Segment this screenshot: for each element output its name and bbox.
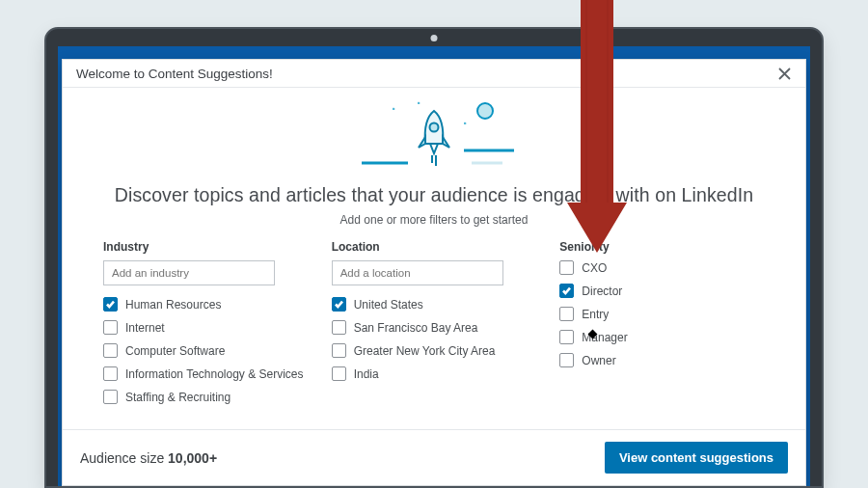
option-label: Staffing & Recruiting [125, 391, 231, 404]
industry-option[interactable]: Human Resources [103, 297, 309, 312]
checkbox-icon[interactable] [103, 390, 118, 404]
industry-input[interactable] [103, 260, 275, 285]
rocket-illustration-icon [323, 97, 545, 175]
location-option[interactable]: India [332, 366, 537, 381]
seniority-title: Seniority [559, 240, 765, 254]
option-label: Internet [125, 321, 165, 335]
hero-section: Discover topics and articles that your a… [63, 88, 805, 227]
checkbox-icon[interactable] [559, 260, 574, 275]
audience-size: Audience size 10,000+ [80, 450, 217, 466]
seniority-option[interactable]: CXO [559, 260, 765, 275]
option-label: Human Resources [125, 298, 221, 312]
content-suggestions-dialog: Welcome to Content Suggestions! [62, 59, 806, 486]
filter-columns: Industry Human ResourcesInternetComputer… [63, 240, 805, 413]
checkbox-icon[interactable] [103, 343, 118, 358]
monitor-frame: Welcome to Content Suggestions! [44, 27, 824, 488]
checkbox-icon[interactable] [559, 330, 574, 344]
option-label: United States [354, 298, 423, 312]
view-content-suggestions-button[interactable]: View content suggestions [605, 442, 788, 474]
checkbox-icon[interactable] [559, 353, 574, 367]
dialog-footer: Audience size 10,000+ View content sugge… [63, 429, 805, 485]
option-label: Entry [582, 308, 609, 321]
industry-option[interactable]: Internet [103, 320, 309, 335]
dialog-header: Welcome to Content Suggestions! [63, 60, 805, 88]
checkbox-icon[interactable] [332, 343, 346, 358]
seniority-option[interactable]: Entry [559, 307, 765, 321]
location-option[interactable]: San Francisco Bay Area [332, 320, 537, 335]
checkbox-icon[interactable] [103, 366, 118, 381]
option-label: Greater New York City Area [354, 344, 496, 358]
option-label: Director [582, 285, 622, 298]
checkbox-icon[interactable] [332, 320, 346, 335]
seniority-option[interactable]: Director [559, 284, 765, 298]
seniority-column: Seniority CXODirectorEntryManagerOwner [559, 240, 765, 413]
location-title: Location [332, 240, 537, 254]
location-input[interactable] [332, 260, 503, 285]
checkbox-icon[interactable] [559, 284, 574, 298]
headline: Discover topics and articles that your a… [63, 184, 805, 206]
audience-label: Audience size [80, 450, 168, 466]
svg-point-3 [477, 103, 493, 119]
close-icon [778, 68, 791, 80]
option-label: Information Technology & Services [125, 367, 304, 381]
industry-column: Industry Human ResourcesInternetComputer… [103, 240, 309, 413]
checkbox-icon[interactable] [103, 320, 118, 335]
location-column: Location United StatesSan Francisco Bay … [332, 240, 537, 413]
industry-option[interactable]: Computer Software [103, 343, 309, 358]
dialog-title: Welcome to Content Suggestions! [76, 67, 273, 81]
checkbox-icon[interactable] [103, 297, 118, 312]
seniority-option[interactable]: Owner [559, 353, 765, 367]
option-label: CXO [582, 261, 607, 275]
audience-value: 10,000+ [168, 450, 217, 466]
location-option[interactable]: Greater New York City Area [332, 343, 537, 358]
close-button[interactable] [776, 66, 792, 81]
checkbox-icon[interactable] [332, 297, 346, 312]
checkbox-icon[interactable] [559, 307, 574, 321]
location-option[interactable]: United States [332, 297, 537, 312]
svg-point-4 [430, 123, 439, 132]
screen-area: Welcome to Content Suggestions! [58, 46, 810, 486]
industry-title: Industry [103, 240, 309, 254]
option-label: India [354, 367, 379, 381]
subheadline: Add one or more filters to get started [63, 213, 805, 227]
option-label: Computer Software [125, 344, 225, 358]
option-label: San Francisco Bay Area [354, 321, 478, 335]
camera-icon [431, 35, 438, 41]
industry-option[interactable]: Information Technology & Services [103, 366, 309, 381]
checkbox-icon[interactable] [332, 366, 346, 381]
option-label: Owner [582, 354, 615, 367]
industry-option[interactable]: Staffing & Recruiting [103, 390, 309, 404]
